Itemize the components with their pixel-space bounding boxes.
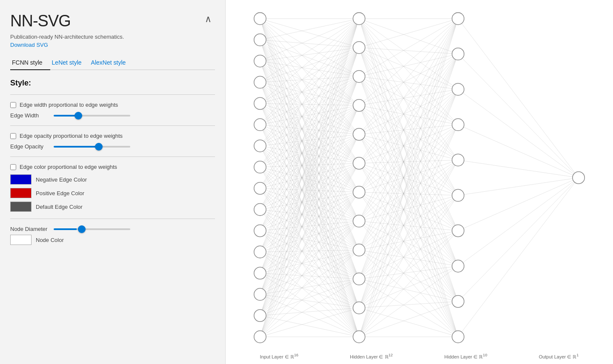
svg-line-51 bbox=[260, 103, 359, 105]
svg-line-159 bbox=[260, 105, 359, 294]
svg-line-81 bbox=[260, 146, 359, 279]
edge-color-checkbox-label: Edge color proportional to edge weights bbox=[20, 164, 117, 170]
svg-line-154 bbox=[260, 273, 359, 308]
svg-line-220 bbox=[359, 77, 458, 301]
svg-line-210 bbox=[359, 48, 458, 301]
tab-fcnn[interactable]: FCNN style bbox=[10, 56, 50, 70]
svg-point-351 bbox=[452, 48, 464, 60]
svg-line-298 bbox=[359, 231, 458, 308]
svg-line-296 bbox=[359, 160, 458, 308]
svg-line-68 bbox=[260, 125, 359, 250]
svg-line-278 bbox=[359, 231, 458, 250]
edges-group bbox=[260, 19, 579, 337]
svg-line-179 bbox=[260, 316, 359, 337]
default-edge-swatch[interactable] bbox=[10, 202, 32, 212]
svg-point-357 bbox=[452, 260, 464, 272]
app-title-row: NN-SVG ∧ bbox=[10, 12, 215, 30]
nodes-group bbox=[254, 13, 585, 343]
svg-line-264 bbox=[359, 89, 458, 221]
svg-line-218 bbox=[359, 77, 458, 231]
tab-alexnet[interactable]: AlexNet style bbox=[89, 56, 134, 70]
svg-line-293 bbox=[359, 54, 458, 308]
svg-line-14 bbox=[260, 40, 359, 77]
svg-line-297 bbox=[359, 195, 458, 308]
svg-line-108 bbox=[260, 19, 359, 210]
node-color-swatch[interactable] bbox=[10, 235, 32, 245]
svg-line-212 bbox=[359, 19, 458, 77]
default-edge-color-row: Default Edge Color bbox=[10, 202, 215, 212]
svg-line-64 bbox=[260, 125, 359, 134]
svg-line-276 bbox=[359, 160, 458, 250]
download-svg-link[interactable]: Download SVG bbox=[10, 42, 215, 48]
edge-opacity-checkbox-label: Edge opacity proportional to edge weight… bbox=[20, 133, 123, 139]
svg-line-251 bbox=[359, 163, 458, 337]
svg-line-167 bbox=[260, 294, 359, 337]
svg-line-216 bbox=[359, 77, 458, 160]
svg-point-330 bbox=[254, 182, 266, 194]
svg-line-308 bbox=[359, 231, 458, 337]
svg-line-203 bbox=[359, 48, 458, 54]
svg-line-319 bbox=[458, 178, 579, 266]
edge-opacity-slider-row: Edge Opacity bbox=[10, 143, 215, 150]
tab-lenet[interactable]: LeNet style bbox=[50, 56, 89, 70]
layer-labels: Input Layer ∈ ℝ16 Hidden Layer ∈ ℝ12 Hid… bbox=[226, 353, 613, 360]
edge-width-checkbox-row: Edge width proportional to edge weights bbox=[10, 102, 215, 108]
svg-line-132 bbox=[260, 19, 359, 252]
svg-line-43 bbox=[260, 82, 359, 221]
edge-color-checkbox[interactable] bbox=[10, 164, 16, 170]
collapse-button[interactable]: ∧ bbox=[201, 12, 215, 26]
svg-point-326 bbox=[254, 97, 266, 109]
edge-opacity-slider[interactable] bbox=[54, 146, 130, 148]
app-title: NN-SVG bbox=[10, 12, 71, 30]
svg-point-348 bbox=[353, 302, 365, 314]
svg-line-305 bbox=[359, 125, 458, 337]
svg-line-7 bbox=[260, 19, 359, 221]
svg-line-204 bbox=[359, 48, 458, 89]
svg-line-177 bbox=[260, 279, 359, 316]
svg-line-47 bbox=[260, 82, 359, 337]
svg-point-333 bbox=[254, 246, 266, 258]
svg-line-214 bbox=[359, 77, 458, 89]
svg-line-269 bbox=[359, 221, 458, 266]
svg-line-194 bbox=[359, 19, 458, 89]
svg-point-358 bbox=[452, 296, 464, 307]
svg-line-231 bbox=[359, 105, 458, 337]
svg-line-199 bbox=[359, 19, 458, 266]
svg-point-335 bbox=[254, 288, 266, 300]
negative-edge-swatch[interactable] bbox=[10, 174, 32, 185]
svg-line-304 bbox=[359, 89, 458, 337]
positive-edge-swatch[interactable] bbox=[10, 188, 32, 198]
svg-line-245 bbox=[359, 125, 458, 163]
svg-point-334 bbox=[254, 267, 266, 279]
svg-line-32 bbox=[260, 61, 359, 250]
svg-point-356 bbox=[452, 225, 464, 236]
svg-line-267 bbox=[359, 195, 458, 221]
svg-line-262 bbox=[359, 19, 458, 221]
edge-width-checkbox[interactable] bbox=[10, 102, 16, 108]
divider-1 bbox=[10, 94, 215, 95]
svg-line-1 bbox=[260, 19, 359, 48]
svg-line-150 bbox=[260, 192, 359, 273]
svg-line-246 bbox=[359, 160, 458, 163]
edge-width-slider[interactable] bbox=[54, 115, 130, 117]
svg-point-344 bbox=[353, 186, 365, 198]
divider-3 bbox=[10, 156, 215, 157]
svg-line-196 bbox=[359, 19, 458, 160]
svg-line-225 bbox=[359, 105, 458, 125]
negative-edge-label: Negative Edge Color bbox=[36, 176, 87, 183]
svg-point-331 bbox=[254, 204, 266, 216]
node-diameter-slider[interactable] bbox=[54, 228, 130, 230]
svg-line-240 bbox=[359, 134, 458, 301]
svg-line-283 bbox=[359, 54, 458, 279]
svg-line-146 bbox=[260, 77, 359, 273]
edge-opacity-slider-label: Edge Opacity bbox=[10, 143, 49, 150]
svg-line-72 bbox=[260, 19, 359, 146]
svg-line-271 bbox=[359, 221, 458, 337]
svg-line-184 bbox=[260, 134, 359, 337]
edge-opacity-checkbox[interactable] bbox=[10, 133, 16, 139]
negative-edge-color-row: Negative Edge Color bbox=[10, 174, 215, 185]
svg-line-129 bbox=[260, 231, 359, 279]
edge-width-slider-label: Edge Width bbox=[10, 112, 49, 119]
svg-line-279 bbox=[359, 250, 458, 266]
svg-line-123 bbox=[260, 105, 359, 231]
